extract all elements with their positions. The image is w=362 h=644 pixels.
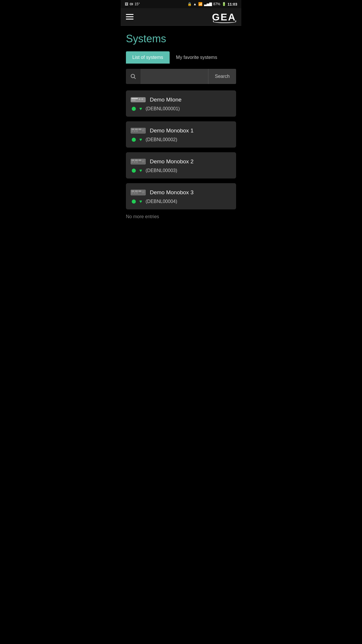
svg-rect-29 bbox=[136, 192, 138, 193]
svg-rect-5 bbox=[139, 98, 140, 100]
svg-rect-20 bbox=[134, 162, 136, 162]
svg-line-1 bbox=[134, 77, 136, 79]
search-input[interactable] bbox=[140, 69, 208, 84]
svg-rect-27 bbox=[131, 192, 133, 193]
health-icon: ♥ bbox=[139, 137, 142, 142]
svg-rect-9 bbox=[135, 129, 138, 130]
status-left: 🖼 Ol 15° bbox=[125, 2, 140, 6]
tab-my-favorite-systems[interactable]: My favorite systems bbox=[170, 51, 224, 64]
no-more-entries: No more entries bbox=[126, 214, 236, 219]
card-id: (DEBNL00004) bbox=[146, 199, 178, 204]
temperature: 15° bbox=[135, 2, 140, 6]
svg-rect-11 bbox=[131, 131, 133, 132]
device-icon-mione bbox=[131, 96, 146, 104]
status-dot bbox=[132, 169, 136, 173]
health-icon: ♥ bbox=[139, 168, 142, 173]
tabs: List of systems My favorite systems bbox=[126, 51, 236, 64]
system-card[interactable]: Demo MIone ♥ (DEBNL000001) bbox=[126, 90, 236, 117]
device-icon-monobox bbox=[131, 127, 146, 135]
card-id: (DEBNL00002) bbox=[146, 137, 178, 142]
svg-point-0 bbox=[131, 74, 135, 78]
hamburger-menu[interactable] bbox=[126, 14, 133, 20]
status-dot bbox=[132, 138, 136, 142]
card-name: Demo Monobox 2 bbox=[150, 158, 194, 165]
status-dot bbox=[132, 107, 136, 111]
tab-list-of-systems[interactable]: List of systems bbox=[126, 51, 170, 64]
svg-rect-10 bbox=[138, 129, 141, 130]
card-name: Demo Monobox 1 bbox=[150, 127, 194, 134]
svg-rect-22 bbox=[142, 160, 145, 162]
svg-rect-16 bbox=[131, 160, 134, 161]
battery-percent: 87% bbox=[213, 2, 220, 6]
card-id: (DEBNL00003) bbox=[146, 168, 178, 173]
systems-list: Demo MIone ♥ (DEBNL000001) bbox=[126, 90, 236, 209]
svg-rect-26 bbox=[138, 190, 141, 192]
card-id: (DEBNL000001) bbox=[146, 106, 180, 111]
svg-rect-17 bbox=[135, 160, 138, 161]
svg-rect-25 bbox=[135, 190, 138, 192]
logo-text: GEA bbox=[212, 12, 236, 22]
outlook-icon: Ol bbox=[130, 2, 133, 6]
search-button[interactable]: Search bbox=[208, 69, 236, 84]
battery-icon: 🔋 bbox=[222, 2, 226, 6]
svg-rect-24 bbox=[131, 190, 134, 192]
gea-logo: GEA bbox=[212, 12, 236, 22]
health-icon: ♥ bbox=[139, 106, 142, 111]
svg-rect-13 bbox=[136, 131, 138, 132]
search-bar: Search bbox=[126, 69, 236, 84]
wifi-icon: 📶 bbox=[198, 2, 203, 6]
system-card[interactable]: Demo Monobox 2 ♥ (DEBNL00003) bbox=[126, 152, 236, 178]
svg-rect-6 bbox=[141, 98, 143, 100]
clock: 11:03 bbox=[228, 2, 237, 6]
svg-rect-14 bbox=[142, 129, 145, 132]
card-name: Demo MIone bbox=[150, 97, 182, 103]
status-bar: 🖼 Ol 15° 🔒 ▲ 📶 ▃▅▇ 87% 🔋 11:03 bbox=[121, 0, 241, 8]
lock-icon: 🔒 bbox=[187, 2, 192, 6]
status-right: 🔒 ▲ 📶 ▃▅▇ 87% 🔋 11:03 bbox=[187, 2, 237, 6]
svg-rect-28 bbox=[134, 192, 136, 193]
signal-icon: ▃▅▇ bbox=[204, 2, 212, 6]
header: GEA bbox=[121, 8, 241, 26]
svg-rect-21 bbox=[136, 162, 138, 162]
search-icon bbox=[130, 73, 136, 80]
bluetooth-icon: ▲ bbox=[193, 2, 197, 6]
status-dot bbox=[132, 200, 136, 204]
svg-rect-18 bbox=[138, 160, 141, 161]
main-content: Systems List of systems My favorite syst… bbox=[121, 26, 241, 226]
system-card[interactable]: Demo Monobox 3 ♥ (DEBNL00004) bbox=[126, 183, 236, 209]
photo-icon: 🖼 bbox=[125, 2, 128, 6]
svg-rect-3 bbox=[131, 98, 138, 99]
card-name: Demo Monobox 3 bbox=[150, 189, 194, 196]
device-icon-monobox bbox=[131, 158, 146, 166]
search-icon-wrap bbox=[126, 73, 140, 80]
svg-rect-19 bbox=[131, 162, 133, 162]
svg-rect-4 bbox=[131, 100, 136, 101]
svg-rect-30 bbox=[142, 191, 145, 193]
page-title: Systems bbox=[126, 33, 236, 45]
svg-rect-12 bbox=[134, 131, 136, 132]
device-icon-monobox bbox=[131, 188, 146, 197]
system-card[interactable]: Demo Monobox 1 ♥ (DEBNL00002) bbox=[126, 121, 236, 148]
svg-rect-8 bbox=[131, 129, 134, 130]
health-icon: ♥ bbox=[139, 199, 142, 204]
